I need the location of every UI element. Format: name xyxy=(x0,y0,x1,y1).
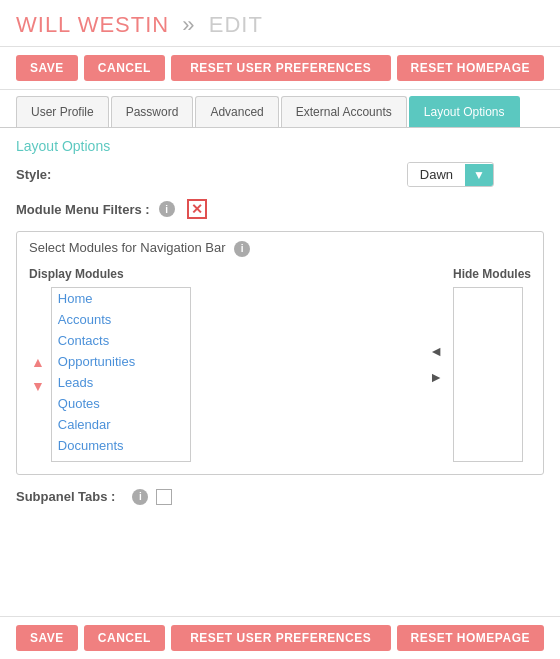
tab-layout-options[interactable]: Layout Options xyxy=(409,96,520,127)
page-title: WILL WESTIN » EDIT xyxy=(16,12,544,38)
separator: » xyxy=(182,12,195,37)
tab-advanced[interactable]: Advanced xyxy=(195,96,278,127)
subpanel-tabs-label: Subpanel Tabs : xyxy=(16,489,115,504)
cancel-button-top[interactable]: CANCEL xyxy=(84,55,165,81)
move-up-button[interactable]: ▲ xyxy=(29,352,47,372)
hide-modules-list[interactable] xyxy=(453,287,523,462)
list-item[interactable]: Quotes xyxy=(52,393,190,414)
save-button-top[interactable]: SAVE xyxy=(16,55,78,81)
nav-bar-info-icon[interactable]: i xyxy=(234,241,250,257)
reset-homepage-button-bottom[interactable]: RESET HOMEPAGE xyxy=(397,625,544,651)
save-button-bottom[interactable]: SAVE xyxy=(16,625,78,651)
bottom-toolbar: SAVE CANCEL RESET USER PREFERENCES RESET… xyxy=(0,616,560,659)
move-left-button[interactable]: ◄ xyxy=(427,341,445,361)
subpanel-tabs-checkbox[interactable] xyxy=(156,489,172,505)
style-label: Style: xyxy=(16,167,51,182)
module-menu-filters-x-icon[interactable]: ✕ xyxy=(187,199,207,219)
module-menu-filters-row: Module Menu Filters : i ✕ xyxy=(16,199,544,219)
top-toolbar: SAVE CANCEL RESET USER PREFERENCES RESET… xyxy=(0,47,560,90)
cancel-button-bottom[interactable]: CANCEL xyxy=(84,625,165,651)
list-item[interactable]: Opportunities xyxy=(52,351,190,372)
up-down-controls: ▲ ▼ xyxy=(29,352,47,396)
subpanel-tabs-row: Subpanel Tabs : i xyxy=(16,489,544,505)
action-label: EDIT xyxy=(209,12,263,37)
move-down-button[interactable]: ▼ xyxy=(29,376,47,396)
page-header: WILL WESTIN » EDIT xyxy=(0,0,560,47)
modules-container: Display Modules ▲ ▼ HomeAccountsContacts… xyxy=(29,267,531,462)
nav-bar-section: Select Modules for Navigation Bar i Disp… xyxy=(16,231,544,475)
transfer-controls: ◄ ► xyxy=(427,341,445,387)
reset-prefs-button-bottom[interactable]: RESET USER PREFERENCES xyxy=(171,625,391,651)
reset-homepage-button-top[interactable]: RESET HOMEPAGE xyxy=(397,55,544,81)
style-dropdown[interactable]: Dawn ▼ xyxy=(407,162,494,187)
list-item[interactable]: Emails xyxy=(52,456,190,462)
module-menu-filters-label: Module Menu Filters : xyxy=(16,202,150,217)
list-item[interactable]: Contacts xyxy=(52,330,190,351)
subpanel-tabs-info-icon[interactable]: i xyxy=(132,489,148,505)
display-modules-column: Display Modules ▲ ▼ HomeAccountsContacts… xyxy=(29,267,419,462)
list-item[interactable]: Home xyxy=(52,288,190,309)
tab-password[interactable]: Password xyxy=(111,96,194,127)
style-value: Dawn xyxy=(408,163,465,186)
display-modules-header: Display Modules xyxy=(29,267,419,281)
tab-user-profile[interactable]: User Profile xyxy=(16,96,109,127)
hide-modules-header: Hide Modules xyxy=(453,267,531,281)
display-modules-list[interactable]: HomeAccountsContactsOpportunitiesLeadsQu… xyxy=(51,287,191,462)
list-item[interactable]: Documents xyxy=(52,435,190,456)
section-title: Layout Options xyxy=(16,128,544,162)
list-item[interactable]: Calendar xyxy=(52,414,190,435)
style-row: Style: Dawn ▼ xyxy=(16,162,544,187)
list-item[interactable]: Accounts xyxy=(52,309,190,330)
style-select-wrapper: Dawn ▼ xyxy=(407,162,494,187)
nav-bar-title: Select Modules for Navigation Bar i xyxy=(29,240,531,257)
reset-prefs-button-top[interactable]: RESET USER PREFERENCES xyxy=(171,55,391,81)
move-right-button[interactable]: ► xyxy=(427,367,445,387)
hide-modules-column: Hide Modules xyxy=(453,267,531,462)
display-modules-with-controls: ▲ ▼ HomeAccountsContactsOpportunitiesLea… xyxy=(29,287,419,462)
tabs-bar: User Profile Password Advanced External … xyxy=(0,90,560,128)
list-item[interactable]: Leads xyxy=(52,372,190,393)
main-content: Layout Options Style: Dawn ▼ Module Menu… xyxy=(0,128,560,537)
module-menu-filters-info-icon[interactable]: i xyxy=(159,201,175,217)
username: WILL WESTIN xyxy=(16,12,169,37)
tab-external-accounts[interactable]: External Accounts xyxy=(281,96,407,127)
dropdown-arrow-icon[interactable]: ▼ xyxy=(465,164,493,186)
